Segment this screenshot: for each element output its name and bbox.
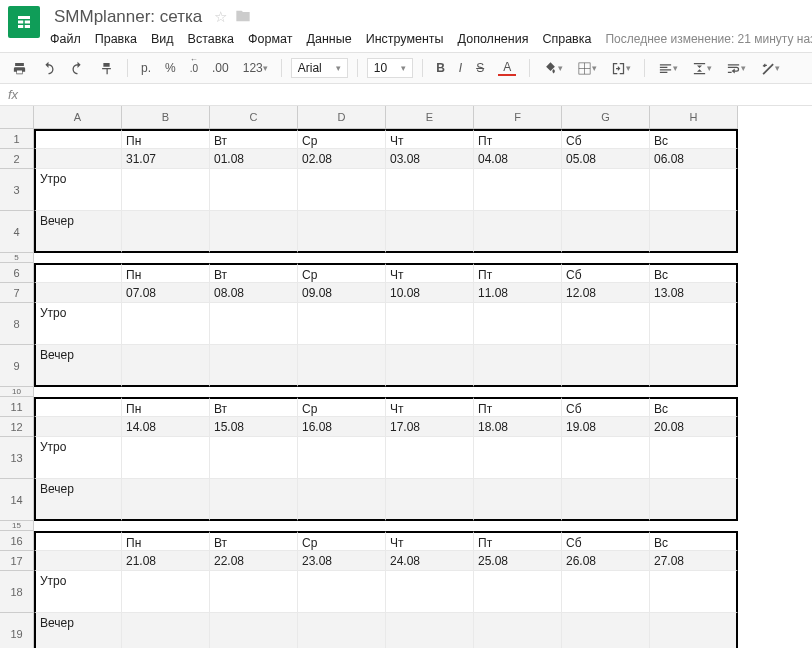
row-header[interactable]: 5: [0, 253, 34, 263]
dec-decrease-button[interactable]: .0←: [186, 58, 202, 78]
cell[interactable]: [562, 437, 650, 479]
cell[interactable]: [210, 253, 298, 263]
cell[interactable]: [474, 521, 562, 531]
cell[interactable]: Вс: [650, 531, 738, 551]
cell[interactable]: Пн: [122, 263, 210, 283]
cell[interactable]: [562, 387, 650, 397]
cell[interactable]: [562, 253, 650, 263]
row-header[interactable]: 4: [0, 211, 34, 253]
formula-bar[interactable]: fx: [0, 84, 812, 106]
cell[interactable]: [298, 253, 386, 263]
italic-button[interactable]: I: [455, 58, 466, 78]
undo-icon[interactable]: [37, 58, 60, 79]
cell[interactable]: [210, 169, 298, 211]
cell[interactable]: [386, 303, 474, 345]
cell[interactable]: [474, 303, 562, 345]
cell[interactable]: [386, 479, 474, 521]
cell[interactable]: [650, 521, 738, 531]
cell[interactable]: Сб: [562, 129, 650, 149]
merge-button[interactable]: ▾: [607, 58, 635, 79]
menu-help[interactable]: Справка: [542, 32, 591, 46]
cell[interactable]: [298, 613, 386, 648]
cell[interactable]: Чт: [386, 129, 474, 149]
row-header[interactable]: 8: [0, 303, 34, 345]
cell[interactable]: [210, 303, 298, 345]
cell[interactable]: [386, 345, 474, 387]
menu-addons[interactable]: Дополнения: [458, 32, 529, 46]
cell[interactable]: Чт: [386, 263, 474, 283]
cell[interactable]: [298, 437, 386, 479]
row-header[interactable]: 10: [0, 387, 34, 397]
cell[interactable]: 01.08: [210, 149, 298, 169]
percent-button[interactable]: %: [161, 58, 180, 78]
halign-button[interactable]: ▾: [654, 58, 682, 79]
cell[interactable]: Вечер: [34, 211, 122, 253]
cell[interactable]: [34, 129, 122, 149]
cell[interactable]: [298, 303, 386, 345]
currency-button[interactable]: р.: [137, 58, 155, 78]
cell[interactable]: [122, 303, 210, 345]
text-color-button[interactable]: A: [494, 57, 520, 79]
cell[interactable]: 20.08: [650, 417, 738, 437]
cell[interactable]: 19.08: [562, 417, 650, 437]
strike-button[interactable]: S: [472, 58, 488, 78]
star-icon[interactable]: ☆: [214, 8, 227, 26]
cell[interactable]: 13.08: [650, 283, 738, 303]
cell[interactable]: 14.08: [122, 417, 210, 437]
cell[interactable]: [122, 521, 210, 531]
cell[interactable]: 11.08: [474, 283, 562, 303]
col-header-C[interactable]: C: [210, 106, 298, 129]
cell[interactable]: [210, 211, 298, 253]
row-header[interactable]: 2: [0, 149, 34, 169]
cell[interactable]: [122, 437, 210, 479]
cell[interactable]: [562, 303, 650, 345]
cell[interactable]: [386, 387, 474, 397]
row-header[interactable]: 11: [0, 397, 34, 417]
cell[interactable]: Пт: [474, 263, 562, 283]
cell[interactable]: 08.08: [210, 283, 298, 303]
cell[interactable]: [34, 387, 122, 397]
row-header[interactable]: 12: [0, 417, 34, 437]
cell[interactable]: [210, 521, 298, 531]
cell[interactable]: Пт: [474, 129, 562, 149]
cell[interactable]: 10.08: [386, 283, 474, 303]
cell[interactable]: 21.08: [122, 551, 210, 571]
cell[interactable]: Ср: [298, 263, 386, 283]
cell[interactable]: [650, 345, 738, 387]
paintformat-icon[interactable]: [95, 58, 118, 79]
cell[interactable]: Чт: [386, 397, 474, 417]
print-icon[interactable]: [8, 58, 31, 79]
cell[interactable]: [34, 253, 122, 263]
cell[interactable]: 26.08: [562, 551, 650, 571]
fill-color-button[interactable]: ▾: [539, 58, 567, 79]
cell[interactable]: [562, 479, 650, 521]
cell[interactable]: Утро: [34, 571, 122, 613]
cell[interactable]: [122, 253, 210, 263]
cell[interactable]: Пт: [474, 397, 562, 417]
cell[interactable]: [650, 479, 738, 521]
wrap-button[interactable]: ▾: [722, 58, 750, 79]
cell[interactable]: [650, 613, 738, 648]
cell[interactable]: 04.08: [474, 149, 562, 169]
col-header-A[interactable]: A: [34, 106, 122, 129]
cell[interactable]: [34, 283, 122, 303]
cell[interactable]: Утро: [34, 169, 122, 211]
grid[interactable]: ABCDEFGH ПнВтСрЧтПтСбВс31.0701.0802.0803…: [34, 106, 812, 648]
cell[interactable]: Вечер: [34, 613, 122, 648]
cell[interactable]: 02.08: [298, 149, 386, 169]
font-select[interactable]: Arial▾: [291, 58, 348, 78]
cell[interactable]: [386, 169, 474, 211]
cell[interactable]: [34, 531, 122, 551]
menu-tools[interactable]: Инструменты: [366, 32, 444, 46]
select-all-corner[interactable]: [0, 106, 34, 129]
cell[interactable]: [650, 437, 738, 479]
cell[interactable]: 23.08: [298, 551, 386, 571]
cell[interactable]: Пн: [122, 129, 210, 149]
cell[interactable]: [650, 303, 738, 345]
cell[interactable]: Вс: [650, 129, 738, 149]
cell[interactable]: [650, 387, 738, 397]
cell[interactable]: Ср: [298, 397, 386, 417]
row-header[interactable]: 15: [0, 521, 34, 531]
cell[interactable]: 16.08: [298, 417, 386, 437]
cell[interactable]: 18.08: [474, 417, 562, 437]
